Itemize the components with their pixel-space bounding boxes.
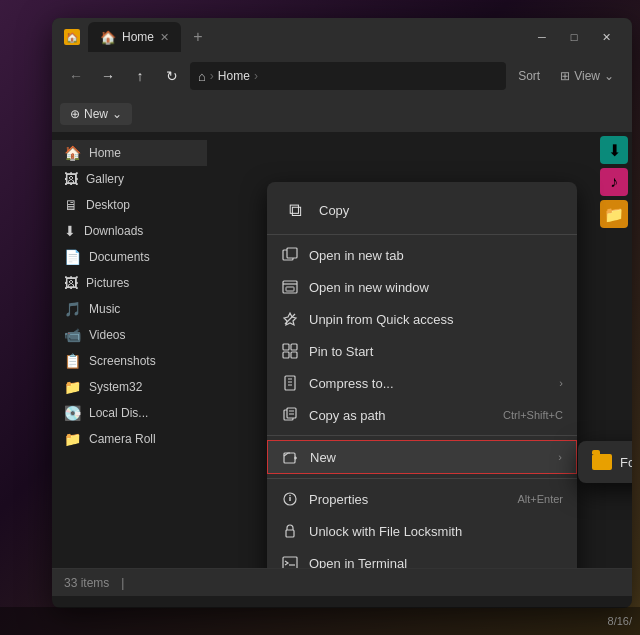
cm-open-new-window-label: Open in new window [309, 280, 563, 295]
cursor-indicator: | [121, 576, 124, 590]
cm-copy-as-path[interactable]: Copy as path Ctrl+Shift+C [267, 399, 577, 431]
camera-roll-sidebar-label: Camera Roll [89, 432, 156, 446]
cm-unpin-quick-access-label: Unpin from Quick access [309, 312, 563, 327]
cm-compress-to-icon [281, 374, 299, 392]
new-btn-arrow: ⌄ [112, 107, 122, 121]
toolbar: ← → ↑ ↻ ⌂ › Home › Sort ⊞ View ⌄ [52, 56, 632, 96]
downloads-sidebar-icon: ⬇ [64, 223, 76, 239]
tab-area: 🏠 Home ✕ + [88, 18, 520, 56]
pictures-sidebar-icon: 🖼 [64, 275, 78, 291]
cm-properties-label: Properties [309, 492, 507, 507]
cm-unlock-file-locksmith[interactable]: Unlock with File Locksmith [267, 515, 577, 547]
sidebar-item-system32[interactable]: 📁 System32 [52, 374, 207, 400]
sidebar-item-documents[interactable]: 📄 Documents [52, 244, 207, 270]
view-btn[interactable]: ⊞ View ⌄ [552, 65, 622, 87]
cm-copy-label: Copy [319, 203, 349, 218]
address-home-label: Home [218, 69, 250, 83]
desktop-sidebar-icon: 🖥 [64, 197, 78, 213]
downloads-sidebar-label: Downloads [84, 224, 143, 238]
gallery-sidebar-label: Gallery [86, 172, 124, 186]
cm-pin-to-start-label: Pin to Start [309, 344, 563, 359]
cm-divider-2 [267, 435, 577, 436]
svg-rect-8 [283, 352, 289, 358]
cm-open-new-tab[interactable]: Open in new tab [267, 239, 577, 271]
new-tab-btn[interactable]: + [185, 24, 211, 50]
gallery-sidebar-icon: 🖼 [64, 171, 78, 187]
svg-rect-10 [285, 376, 295, 390]
window-icon: 🏠 [64, 29, 80, 45]
close-btn[interactable]: ✕ [592, 26, 620, 48]
cm-open-new-window-icon [281, 278, 299, 296]
tab-home[interactable]: 🏠 Home ✕ [88, 22, 181, 52]
svg-rect-15 [287, 408, 296, 418]
file-explorer-window: 🏠 🏠 Home ✕ + ─ □ ✕ ← → ↑ ↻ ⌂ › Home › So… [52, 18, 632, 608]
screenshots-sidebar-label: Screenshots [89, 354, 156, 368]
svg-rect-4 [286, 287, 294, 291]
cm-unpin-quick-access-icon [281, 310, 299, 328]
address-sep2: › [254, 69, 258, 83]
local-disk-sidebar-label: Local Dis... [89, 406, 148, 420]
cm-new[interactable]: New › Folder [267, 440, 577, 474]
sidebar-item-desktop[interactable]: 🖥 Desktop [52, 192, 207, 218]
context-menu: ⧉ Copy Open in new tab [267, 182, 577, 568]
sidebar-item-local-disk[interactable]: 💽 Local Dis... [52, 400, 207, 426]
cm-open-new-window[interactable]: Open in new window [267, 271, 577, 303]
tab-close-btn[interactable]: ✕ [160, 31, 169, 44]
sidebar-item-pictures[interactable]: 🖼 Pictures [52, 270, 207, 296]
refresh-btn[interactable]: ↻ [158, 62, 186, 90]
cm-properties[interactable]: Properties Alt+Enter [267, 483, 577, 515]
taskbar-time: 8/16/ [608, 615, 632, 627]
svg-rect-25 [283, 557, 297, 568]
sidebar-item-screenshots[interactable]: 📋 Screenshots [52, 348, 207, 374]
music-sidebar-icon: 🎵 [64, 301, 81, 317]
cm-copy-as-path-icon [281, 406, 299, 424]
cm-copy-icon: ⧉ [279, 194, 311, 226]
cm-divider-1 [267, 234, 577, 235]
cm-copy-as-path-label: Copy as path [309, 408, 493, 423]
system32-sidebar-label: System32 [89, 380, 142, 394]
up-btn[interactable]: ↑ [126, 62, 154, 90]
maximize-btn[interactable]: □ [560, 26, 588, 48]
music-sidebar-label: Music [89, 302, 120, 316]
new-btn-label: New [84, 107, 108, 121]
videos-sidebar-icon: 📹 [64, 327, 81, 343]
cm-compress-to[interactable]: Compress to... › [267, 367, 577, 399]
new-plus-icon: ⊕ [70, 107, 80, 121]
minimize-btn[interactable]: ─ [528, 26, 556, 48]
new-btn[interactable]: ⊕ New ⌄ [60, 103, 132, 125]
sidebar-item-camera-roll[interactable]: 📁 Camera Roll [52, 426, 207, 452]
cm-open-terminal-icon [281, 554, 299, 568]
cm-compress-to-arrow: › [559, 377, 563, 389]
cm-unlock-file-locksmith-label: Unlock with File Locksmith [309, 524, 563, 539]
submenu-folder[interactable]: Folder [578, 447, 632, 477]
cm-unpin-quick-access[interactable]: Unpin from Quick access [267, 303, 577, 335]
cm-copy-row[interactable]: ⧉ Copy [279, 194, 565, 226]
content-panel: ⬇ ♪ 📁 ⧉ Copy [207, 132, 632, 568]
desktop-sidebar-label: Desktop [86, 198, 130, 212]
cm-new-label: New [310, 450, 548, 465]
sidebar-item-downloads[interactable]: ⬇ Downloads [52, 218, 207, 244]
camera-roll-sidebar-icon: 📁 [64, 431, 81, 447]
svg-point-23 [289, 495, 291, 497]
svg-rect-24 [286, 530, 294, 537]
right-panel: ⬇ ♪ 📁 [596, 132, 632, 232]
svg-rect-1 [287, 248, 297, 258]
forward-btn[interactable]: → [94, 62, 122, 90]
sort-btn[interactable]: Sort [510, 65, 548, 87]
cm-properties-icon [281, 490, 299, 508]
home-sidebar-icon: 🏠 [64, 145, 81, 161]
submenu-new: Folder [578, 441, 632, 483]
address-bar[interactable]: ⌂ › Home › [190, 62, 506, 90]
svg-rect-9 [291, 352, 297, 358]
cm-open-terminal[interactable]: Open in Terminal [267, 547, 577, 568]
cm-copy-as-path-shortcut: Ctrl+Shift+C [503, 409, 563, 421]
back-btn[interactable]: ← [62, 62, 90, 90]
documents-sidebar-label: Documents [89, 250, 150, 264]
pictures-sidebar-label: Pictures [86, 276, 129, 290]
sidebar: 🏠 Home 🖼 Gallery 🖥 Desktop ⬇ Downloads 📄… [52, 132, 207, 568]
sidebar-item-home[interactable]: 🏠 Home [52, 140, 207, 166]
sidebar-item-gallery[interactable]: 🖼 Gallery [52, 166, 207, 192]
sidebar-item-videos[interactable]: 📹 Videos [52, 322, 207, 348]
sidebar-item-music[interactable]: 🎵 Music [52, 296, 207, 322]
cm-pin-to-start[interactable]: Pin to Start [267, 335, 577, 367]
